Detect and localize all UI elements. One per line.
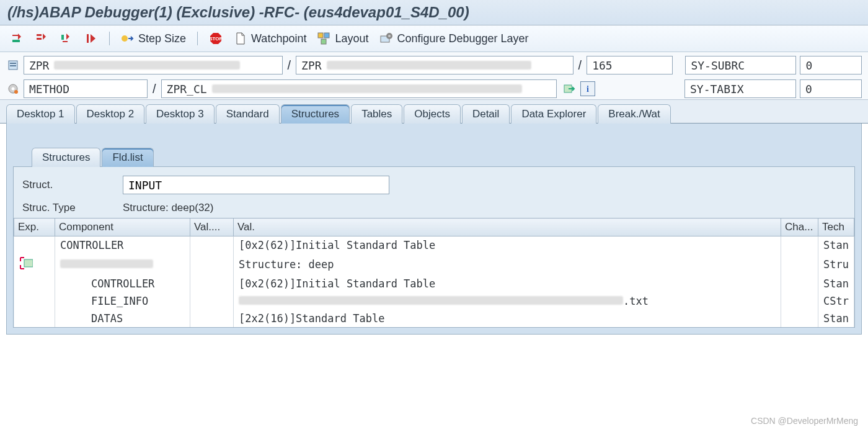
step-out-icon [60, 32, 73, 45]
redacted-text [239, 296, 623, 305]
separator-slash: / [577, 58, 583, 73]
step-into-icon [10, 32, 24, 45]
col-tech[interactable]: Tech [818, 218, 854, 236]
struct-type-value: Structure: deep(32) [123, 202, 213, 214]
cell-cha [781, 254, 818, 275]
col-exp[interactable]: Exp. [14, 218, 55, 236]
col-valtype[interactable]: Val.... [190, 218, 234, 236]
table-row[interactable]: DATAS[2x2(16)]Standard TableStan [14, 310, 854, 327]
col-cha[interactable]: Cha... [781, 218, 818, 236]
field-text: ZPR [301, 59, 322, 72]
continue-button[interactable] [81, 30, 102, 47]
field-text: ZPR_CL [167, 83, 207, 96]
step-size-button[interactable]: Step Size [117, 30, 190, 47]
svg-rect-15 [10, 65, 16, 66]
svg-rect-0 [12, 40, 20, 42]
cell-tech: Stan [818, 236, 854, 254]
step-over-button[interactable] [31, 30, 52, 47]
cell-val: [2x2(16)]Standard Table [234, 310, 781, 327]
sub-tabstrip: StructuresFld.list [13, 147, 855, 166]
tab-tables[interactable]: Tables [351, 104, 402, 124]
svg-rect-14 [10, 63, 16, 64]
table-header: Exp. Component Val.... Val. Cha... Tech [14, 218, 854, 236]
separator [109, 32, 110, 45]
tab-data-explorer[interactable]: Data Explorer [511, 104, 596, 124]
tab-desktop-3[interactable]: Desktop 3 [146, 104, 215, 124]
location-row-2: METHOD / ZPR_CL i SY-TABIX 0 [6, 79, 862, 98]
redacted-text [327, 61, 531, 70]
window-title: (/hs)ABAP Debugger(1) (Exclusive) -RFC- … [0, 0, 868, 25]
svg-rect-7 [318, 33, 323, 38]
tab-standard[interactable]: Standard [216, 104, 280, 124]
layout-icon [317, 32, 331, 45]
watchpoint-label: Watchpoint [251, 32, 306, 45]
cell-tech: Stan [818, 275, 854, 292]
step-out-button[interactable] [56, 30, 77, 47]
cell-exp [14, 254, 55, 275]
svg-point-12 [388, 35, 391, 37]
info-icon[interactable]: i [580, 81, 595, 96]
event-field[interactable]: METHOD [24, 79, 148, 98]
step-size-icon [121, 32, 135, 45]
document-icon [234, 32, 247, 45]
main-tabstrip: Desktop 1Desktop 2Desktop 3StandardStruc… [0, 100, 868, 124]
line-field[interactable]: 165 [587, 56, 673, 74]
tab-structures[interactable]: Structures [281, 104, 350, 124]
stop-icon: STOP [209, 32, 223, 45]
subtab-fld-list[interactable]: Fld.list [102, 148, 153, 167]
stop-button[interactable]: STOP [205, 30, 226, 47]
cell-exp [14, 275, 55, 292]
cell-tech: Stan [818, 310, 854, 327]
svg-point-4 [122, 35, 128, 42]
svg-rect-21 [24, 259, 33, 267]
step-size-label: Step Size [138, 32, 186, 45]
table-row[interactable]: Structure: deepStru [14, 254, 854, 275]
tab-desktop-2[interactable]: Desktop 2 [76, 104, 145, 124]
svg-rect-9 [321, 39, 326, 44]
gear-icon[interactable] [6, 82, 20, 96]
cell-component: CONTROLLER [55, 236, 190, 254]
cell-val: .txt [234, 292, 781, 310]
redacted-text [54, 61, 240, 70]
svg-rect-8 [324, 33, 329, 38]
tab-break-wat[interactable]: Break./Wat [598, 104, 670, 124]
struct-input[interactable] [123, 176, 389, 194]
sysvar-value-2[interactable]: 0 [800, 79, 862, 98]
cell-cha [781, 310, 818, 327]
subtab-structures[interactable]: Structures [32, 148, 100, 167]
step-into-button[interactable] [6, 30, 27, 47]
sysvar-name-1[interactable]: SY-SUBRC [685, 56, 796, 74]
tab-desktop-1[interactable]: Desktop 1 [6, 104, 75, 124]
table-row[interactable]: FILE_INFO.txtCStr [14, 292, 854, 310]
location-row-1: ZPR / ZPR / 165 SY-SUBRC 0 [6, 56, 862, 74]
sysvar-value-1[interactable]: 0 [800, 56, 862, 74]
separator [197, 32, 198, 45]
tab-objects[interactable]: Objects [404, 104, 461, 124]
col-val[interactable]: Val. [234, 218, 781, 236]
configure-layer-button[interactable]: Configure Debugger Layer [376, 30, 532, 47]
svg-rect-3 [61, 35, 64, 40]
col-component[interactable]: Component [55, 218, 190, 236]
watchpoint-button[interactable]: Watchpoint [230, 30, 310, 47]
cell-val: [0x2(62)]Initial Standard Table [234, 236, 781, 254]
table-row[interactable]: CONTROLLER[0x2(62)]Initial Standard Tabl… [14, 275, 854, 292]
cell-tech: CStr [818, 292, 854, 310]
program-icon[interactable] [6, 58, 20, 72]
layout-button[interactable]: Layout [314, 30, 372, 47]
body-pane: StructuresFld.list Struct. Struc. Type S… [6, 124, 862, 335]
svg-rect-1 [37, 34, 42, 36]
sysvar-name-2[interactable]: SY-TABIX [684, 79, 796, 98]
program-field-1[interactable]: ZPR [24, 56, 283, 74]
cell-tech: Stru [818, 254, 854, 275]
cell-component: CONTROLLER [55, 275, 190, 292]
cell-cha [781, 292, 818, 310]
layout-label: Layout [335, 32, 368, 45]
tab-detail[interactable]: Detail [462, 104, 510, 124]
method-field[interactable]: ZPR_CL [161, 79, 557, 98]
program-field-2[interactable]: ZPR [296, 56, 573, 74]
separator-slash: / [286, 58, 293, 73]
navigate-icon[interactable] [563, 82, 577, 96]
cell-valtype [190, 310, 234, 327]
table-row[interactable]: CONTROLLER[0x2(62)]Initial Standard Tabl… [14, 236, 854, 254]
cell-cha [781, 236, 818, 254]
